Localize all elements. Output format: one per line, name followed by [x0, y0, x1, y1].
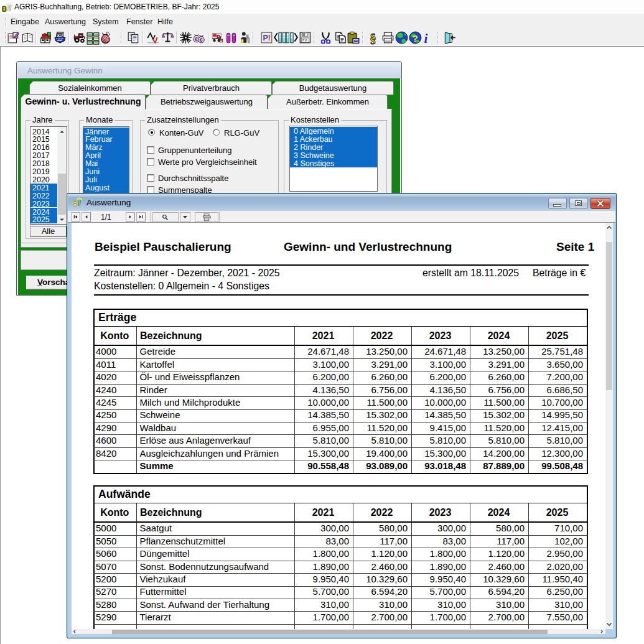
svg-text:i: i	[424, 31, 427, 46]
svg-text:§: §	[370, 31, 376, 46]
svg-text:!: !	[268, 34, 271, 42]
svg-text:?: ?	[413, 33, 418, 44]
svg-text:€: €	[200, 37, 203, 43]
svg-text:€: €	[195, 36, 198, 42]
svg-text:P: P	[263, 34, 268, 42]
